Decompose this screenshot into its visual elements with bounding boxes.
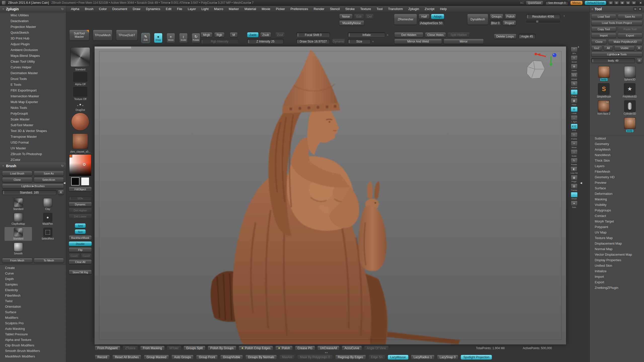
bottom-bar-button[interactable]: Groups By Normals: [245, 355, 277, 360]
tool-section-item[interactable]: NanoMesh: [590, 152, 644, 158]
bars-resize-handle[interactable]: ▴▴: [325, 351, 328, 353]
tool-section-item[interactable]: Subtool: [590, 135, 644, 141]
goz-r-button[interactable]: R: [636, 46, 642, 51]
secondary-color-swatch[interactable]: [81, 177, 89, 186]
brush-section-item[interactable]: FiberMesh: [0, 293, 66, 298]
tool-section-item[interactable]: Masking: [590, 196, 644, 202]
store-tm-rig-button[interactable]: StoreTM Rig: [69, 270, 92, 275]
zplugin-menu-item[interactable]: Drust Tools: [0, 76, 66, 82]
menu-item[interactable]: Help: [437, 6, 450, 12]
menu-item[interactable]: Stencil: [327, 6, 342, 12]
tool-section-item[interactable]: Import: [590, 274, 644, 279]
project-button[interactable]: Project: [503, 20, 516, 26]
dynamesh-button[interactable]: DynaMesh: [467, 14, 488, 25]
alpha-thumbnail[interactable]: [73, 72, 87, 82]
bottom-bar-button[interactable]: Group Front: [196, 355, 218, 360]
tool-thumbnail[interactable]: Sphere3D: [622, 65, 637, 82]
bottom-bar-button[interactable]: LazyRadius 1: [411, 355, 435, 360]
m-button[interactable]: M: [230, 32, 238, 37]
zremesher-button[interactable]: ZRemesher: [394, 14, 417, 25]
tray-button[interactable]: □ Frame: [571, 132, 578, 140]
menu-item[interactable]: Dynamics: [143, 6, 163, 12]
menu-item[interactable]: Transform: [385, 6, 406, 12]
brush-panel-header[interactable]: + Brush ↻: [0, 163, 66, 169]
tray-button[interactable]: ½ AAHalf: [571, 81, 578, 89]
zplugin-menu-item[interactable]: Clean Tool Utility: [0, 59, 66, 64]
stroke-type-icon[interactable]: [77, 102, 84, 107]
bottom-bar-button[interactable]: Groups Split: [183, 346, 206, 351]
color-picker[interactable]: [69, 154, 91, 176]
menu-item[interactable]: Color: [96, 6, 109, 12]
dynamic-draw-size-button[interactable]: Dynamic: [332, 39, 345, 44]
tray-button[interactable]: ▦ Floor: [571, 98, 578, 106]
tpose-subt-button[interactable]: TPose|SubT: [116, 30, 138, 41]
mrgb-button[interactable]: Mrgb: [200, 32, 213, 37]
smt-button[interactable]: Smt: [75, 223, 86, 228]
bottom-bar-button[interactable]: Group Masked: [144, 355, 169, 360]
zplugin-menu-item[interactable]: Adjust Plugin: [0, 41, 66, 47]
zplugin-menu-item[interactable]: PolyGroupIt: [0, 111, 66, 116]
tool-section-item[interactable]: Vector Displacement Map: [590, 252, 644, 257]
bottom-bar-button[interactable]: From Masking: [140, 346, 165, 351]
mirror-button[interactable]: Mirror: [444, 39, 484, 44]
brush-thumbnail[interactable]: Smooth: [5, 242, 32, 256]
tool-section-item[interactable]: UV Map: [590, 230, 644, 235]
suv-button[interactable]: Suv: [75, 229, 86, 234]
del-higher-button[interactable]: Del Higher: [69, 208, 92, 213]
zadd-button[interactable]: Zadd: [247, 32, 259, 37]
save-tool-button[interactable]: Save As: [618, 14, 643, 19]
double-button[interactable]: Double: [69, 241, 92, 246]
mode-button[interactable]: ● Draw: [154, 33, 163, 43]
brush-section-item[interactable]: Depth: [0, 276, 66, 282]
copy-tool-button[interactable]: Copy Tool: [591, 27, 616, 32]
brush-section-item[interactable]: Modifiers: [0, 315, 66, 320]
tool-section-item[interactable]: Displacement Map: [590, 241, 644, 246]
brush-section-item[interactable]: Clip Brush Modifiers: [0, 342, 66, 348]
cust1-button[interactable]: Cust1: [69, 253, 80, 258]
current-brush-thumbnail[interactable]: [70, 47, 90, 67]
goz-visible-button[interactable]: Visible: [614, 46, 635, 51]
tray-button[interactable]: ◧ Line Fill: [571, 166, 578, 174]
tool-panel-collapse-handle[interactable]: ◀: [580, 182, 582, 184]
menu-item[interactable]: Layer: [185, 6, 199, 12]
see-through-slider[interactable]: See-through 0: [545, 1, 569, 5]
tool-section-item[interactable]: Preview: [590, 180, 644, 185]
tool-thumbnail[interactable]: PolyMesh3D: [621, 82, 639, 99]
bottom-bar-button[interactable]: AccuCurve: [342, 346, 362, 351]
refresh-icon[interactable]: ↻: [61, 164, 64, 168]
menu-item[interactable]: Marker: [226, 6, 242, 12]
make-polymesh3d-button[interactable]: Make PolyMesh3D: [608, 39, 642, 44]
zplugin-menu-item[interactable]: Multi Map Exporter: [0, 99, 66, 105]
bottom-bar-button[interactable]: Polish By Groups: [208, 346, 236, 351]
brush-section-item[interactable]: Smooth Brush Modifiers: [0, 348, 66, 353]
bottom-bar-button[interactable]: Spotlight Projection: [461, 355, 492, 360]
brush-section-item[interactable]: Samples: [0, 282, 66, 287]
bottom-bar-button[interactable]: Record: [95, 355, 110, 360]
sdiv-slider[interactable]: SDiv: [69, 196, 92, 201]
zplugin-menu-item[interactable]: Decimation Master: [0, 70, 66, 76]
del-hidden-button[interactable]: Del Hidden: [394, 32, 423, 37]
tool-thumbnail[interactable]: Cylinder3D: [622, 100, 638, 116]
tool-thumbnail[interactable]: 7 body: [623, 117, 636, 133]
brush-section-item[interactable]: Sculptris Pro: [0, 320, 66, 326]
zplugin-menu-item[interactable]: Nicks Tools: [0, 105, 66, 111]
blur-slider[interactable]: Blur 0: [490, 20, 501, 26]
tray-button[interactable]: ● Solo: [571, 201, 578, 208]
polish-button[interactable]: Polish: [505, 14, 516, 19]
tool-section-item[interactable]: Unified Skin: [590, 263, 644, 268]
resolution-slider[interactable]: Resolution 4096: [526, 14, 560, 19]
bottom-bar-button[interactable]: GroupVisible: [220, 355, 243, 360]
menus-button[interactable]: Menus: [570, 1, 583, 5]
tray-button[interactable]: * 3 SFx: [571, 47, 578, 55]
tool-section-item[interactable]: Normal Map: [590, 246, 644, 252]
bottom-bar-button[interactable]: Polish: [275, 346, 293, 351]
menu-item[interactable]: Stroke: [342, 6, 357, 12]
brush-section-item[interactable]: Twist: [0, 298, 66, 304]
zplugin-menu-item[interactable]: E Tools: [0, 82, 66, 87]
goz-button[interactable]: GoZ: [591, 46, 602, 51]
tray-button[interactable]: ↕ Scale: [571, 149, 578, 157]
brush-section-item[interactable]: Surface: [0, 309, 66, 315]
delete-loops-button[interactable]: Delete Loops: [494, 34, 516, 39]
tool-section-item[interactable]: Polypaint: [590, 224, 644, 230]
adaptive-size-slider[interactable]: AdaptiveSize 50: [419, 20, 444, 26]
